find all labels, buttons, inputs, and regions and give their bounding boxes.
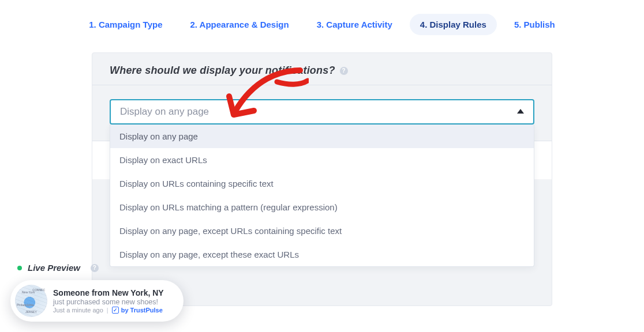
- tab-campaign-type[interactable]: 1. Campaign Type: [78, 14, 173, 35]
- tab-capture-activity[interactable]: 3. Capture Activity: [306, 14, 403, 35]
- check-icon: ✓: [112, 307, 119, 314]
- display-rule-section: Display on any page Display on any page …: [92, 85, 552, 130]
- help-icon[interactable]: ?: [340, 67, 348, 75]
- display-rule-dropdown: Display on any page Display on exact URL…: [110, 124, 534, 267]
- tab-publish[interactable]: 5. Publish: [504, 14, 566, 35]
- option-exact-urls[interactable]: Display on exact URLs: [110, 148, 534, 172]
- live-preview-heading: Live Preview ?: [17, 263, 99, 273]
- help-icon[interactable]: ?: [91, 264, 99, 272]
- tab-display-rules[interactable]: 4. Display Rules: [410, 14, 497, 35]
- toast-time: Just a minute ago: [53, 307, 103, 314]
- tab-appearance[interactable]: 2. Appearance & Design: [180, 14, 299, 35]
- brand-link[interactable]: ✓ by TrustPulse: [112, 307, 163, 314]
- toast-subtitle: just purchased some new shoes!: [53, 298, 164, 306]
- toast-title: Someone from New York, NY: [53, 288, 164, 297]
- chevron-up-icon: [517, 109, 524, 114]
- option-regex[interactable]: Display on URLs matching a pattern (regu…: [110, 195, 534, 219]
- option-contains-text[interactable]: Display on URLs containing specific text: [110, 172, 534, 195]
- display-rule-select[interactable]: Display on any page: [110, 99, 534, 124]
- preview-toast[interactable]: CONNEC Philadelphia JERSEY New York Some…: [10, 280, 184, 322]
- panel-heading: Where should we display your notificatio…: [110, 65, 335, 77]
- select-placeholder: Display on any page: [120, 106, 209, 118]
- option-except-contains[interactable]: Display on any page, except URLs contain…: [110, 219, 534, 243]
- wizard-tabs: 1. Campaign Type 2. Appearance & Design …: [0, 0, 644, 35]
- display-rules-panel: Where should we display your notificatio…: [92, 52, 552, 306]
- option-except-exact[interactable]: Display on any page, except these exact …: [110, 243, 534, 266]
- option-any-page[interactable]: Display on any page: [110, 124, 534, 148]
- toast-meta: Just a minute ago | ✓ by TrustPulse: [53, 307, 164, 314]
- live-dot-icon: [17, 266, 22, 270]
- map-thumbnail: CONNEC Philadelphia JERSEY New York: [15, 285, 47, 317]
